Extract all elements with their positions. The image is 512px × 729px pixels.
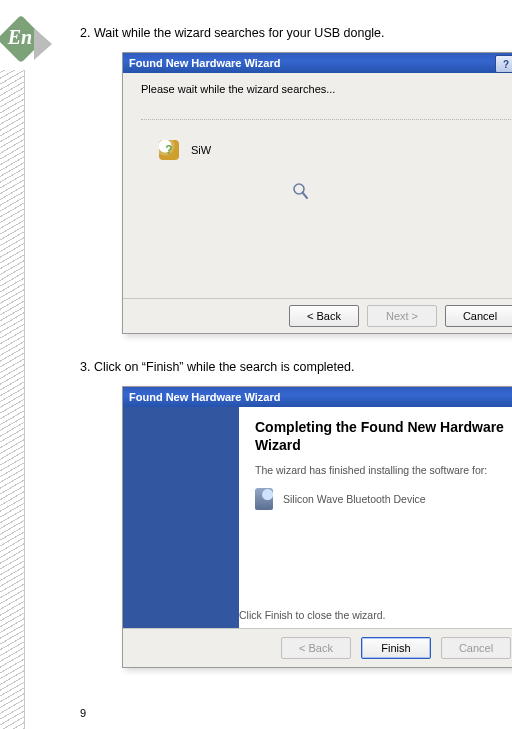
hatch-strip — [0, 70, 25, 729]
next-button: Next > — [367, 305, 437, 327]
back-button[interactable]: < Back — [289, 305, 359, 327]
question-icon: ? — [159, 140, 179, 160]
search-label: SiW — [191, 144, 211, 156]
titlebar: Found New Hardware Wizard — [123, 387, 512, 407]
help-button[interactable]: ? — [495, 55, 512, 73]
cancel-button: Cancel — [441, 637, 511, 659]
page-number: 9 — [80, 707, 86, 719]
search-area: ? SiW — [141, 119, 511, 170]
page-left-decoration: En — [0, 0, 50, 729]
language-badge: En — [4, 22, 54, 72]
hardware-wizard-searching-window: Found New Hardware Wizard ? Please wait … — [122, 52, 512, 334]
device-name: Silicon Wave Bluetooth Device — [283, 493, 426, 505]
hardware-wizard-complete-window: Found New Hardware Wizard Completing the… — [122, 386, 512, 668]
finish-button-label: Finish — [381, 642, 410, 654]
svg-line-1 — [303, 193, 308, 199]
magnifier-icon — [293, 183, 309, 201]
window-title: Found New Hardware Wizard — [129, 57, 280, 69]
step-3-text: 3. Click on “Finish” while the search is… — [80, 360, 500, 374]
wizard-side-banner — [123, 407, 239, 629]
wizard-complete-heading: Completing the Found New Hardware Wizard — [255, 419, 511, 454]
back-button: < Back — [281, 637, 351, 659]
next-button-label: Next > — [386, 310, 418, 322]
cancel-button[interactable]: Cancel — [445, 305, 512, 327]
back-button-label: < Back — [299, 642, 333, 654]
step-2-text: 2. Wait while the wizard searches for yo… — [80, 26, 500, 40]
cancel-button-label: Cancel — [459, 642, 493, 654]
button-bar: < Back Finish Cancel — [123, 628, 512, 667]
wizard-complete-subtext: The wizard has finished installing the s… — [255, 464, 511, 476]
cancel-button-label: Cancel — [463, 310, 497, 322]
back-button-label: < Back — [307, 310, 341, 322]
finish-button[interactable]: Finish — [361, 637, 431, 659]
titlebar: Found New Hardware Wizard ? — [123, 53, 512, 73]
wizard-footer-hint: Click Finish to close the wizard. — [239, 609, 385, 621]
search-instruction: Please wait while the wizard searches... — [123, 73, 512, 103]
button-bar: < Back Next > Cancel — [123, 298, 512, 333]
window-title: Found New Hardware Wizard — [129, 391, 280, 403]
language-badge-label: En — [0, 26, 40, 49]
device-icon — [255, 488, 273, 510]
